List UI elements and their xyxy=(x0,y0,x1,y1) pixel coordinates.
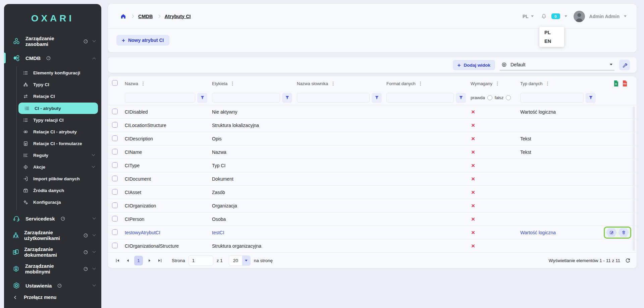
column-header-wymagany[interactable]: Wymagany xyxy=(471,81,492,86)
sidebar-subitem-typy-relacji-ci[interactable]: Typy relacji CI xyxy=(17,114,101,126)
user-name[interactable]: Admin Admin xyxy=(589,14,620,19)
language-selector[interactable]: PL xyxy=(523,14,534,19)
filter-funnel-button[interactable] xyxy=(586,93,596,103)
plus-icon: + xyxy=(458,62,461,68)
filter-input-etykieta[interactable] xyxy=(212,93,280,103)
toggle-menu-button[interactable]: Przełącz menu xyxy=(4,295,101,300)
table-row[interactable]: CIOrganizationOrganizacja× xyxy=(108,199,637,212)
column-header-nazwa-slownika[interactable]: Nazwa słownika xyxy=(297,81,328,86)
language-option-pl[interactable]: PL xyxy=(539,28,564,37)
table-row[interactable]: CINameNazwa×Tekst xyxy=(108,145,637,159)
filter-input-format-danych[interactable] xyxy=(386,93,454,103)
row-checkbox[interactable] xyxy=(112,162,118,168)
add-view-button[interactable]: + Dodaj widok xyxy=(453,60,495,70)
breadcrumb-link-atrybuty-ci[interactable]: Atrybuty CI xyxy=(165,14,191,19)
row-checkbox[interactable] xyxy=(112,176,118,181)
new-attribute-button[interactable]: + Nowy atrybut CI xyxy=(116,35,169,46)
sidebar-subitem-relacje-ci[interactable]: Relacje CI xyxy=(17,90,101,102)
table-row[interactable]: CILocationStructureStruktura lokalizacyj… xyxy=(108,119,637,132)
select-all-checkbox[interactable] xyxy=(112,80,118,86)
sidebar-subitem-elementy-konfiguracji[interactable]: Elementy konfiguracji xyxy=(17,67,101,79)
gauge-icon xyxy=(83,266,88,271)
row-checkbox[interactable] xyxy=(112,135,118,141)
filter-input-typ-danych[interactable] xyxy=(520,93,584,103)
sidebar-subitem-konfiguracja[interactable]: Konfiguracja xyxy=(17,196,101,208)
page-size-select[interactable]: 20 xyxy=(229,255,251,266)
table-row[interactable]: CITypeTyp CI× xyxy=(108,159,637,172)
page-input[interactable] xyxy=(189,255,213,266)
sidebar-item-zarządzanie-zasobami[interactable]: Zarządzanie zasobami xyxy=(4,33,101,50)
breadcrumb-link-cmdb[interactable]: CMDB xyxy=(138,14,153,19)
last-page-icon[interactable] xyxy=(156,257,163,264)
caret-down-icon[interactable] xyxy=(565,15,567,17)
caret-down-icon[interactable] xyxy=(624,15,627,17)
sidebar-item-servicedesk[interactable]: Servicedesk xyxy=(4,210,101,227)
column-header-nazwa[interactable]: Nazwa xyxy=(125,81,138,86)
sidebar-subitem-import-plików-danych[interactable]: Import plików danych xyxy=(17,173,101,185)
sidebar-item-zarządzanie-użytkownikami[interactable]: Zarządzanie użytkownikami xyxy=(4,227,101,244)
edit-button[interactable] xyxy=(606,228,617,237)
sidebar-subitem-typy-ci[interactable]: Typy CI xyxy=(17,79,101,90)
column-menu-icon[interactable]: ⋮ xyxy=(418,81,423,86)
bell-icon[interactable] xyxy=(541,13,547,19)
column-menu-icon[interactable]: ⋮ xyxy=(495,81,500,86)
table-row[interactable]: CIDescriptionOpis×Tekst xyxy=(108,132,637,145)
mobile-shield-icon xyxy=(12,265,20,272)
delete-button[interactable] xyxy=(618,228,629,237)
column-menu-icon[interactable]: ⋮ xyxy=(331,81,335,86)
table-settings-button[interactable] xyxy=(619,60,630,70)
column-header-etykieta[interactable]: Etykieta xyxy=(212,81,227,86)
home-icon[interactable] xyxy=(120,13,126,19)
table-row[interactable]: testowyAtrybutCItestCI×Wartość logiczna xyxy=(108,226,637,239)
sidebar-subitem-ci-atrybuty[interactable]: CI - atrybuty xyxy=(18,103,98,114)
sidebar-item-label: Zarządzanie dokumentami xyxy=(24,246,78,258)
row-checkbox[interactable] xyxy=(112,122,118,128)
language-option-en[interactable]: EN xyxy=(539,37,564,46)
sidebar-subitem-źródła-danych[interactable]: Źródła danych xyxy=(17,185,101,196)
filter-funnel-button[interactable] xyxy=(456,93,466,103)
filter-input-nazwa[interactable] xyxy=(125,93,195,103)
filter-funnel-button[interactable] xyxy=(282,93,292,103)
row-checkbox[interactable] xyxy=(112,109,118,114)
table-row[interactable]: CIOrganizationalStructureStruktura organ… xyxy=(108,239,637,253)
row-checkbox[interactable] xyxy=(112,216,118,222)
page-number-button[interactable]: 1 xyxy=(134,256,143,265)
filter-false-radio[interactable] xyxy=(506,95,511,100)
column-menu-icon[interactable]: ⋮ xyxy=(545,81,550,86)
sidebar-subitem-relacje-ci-atrybuty[interactable]: Relacje CI - atrybuty xyxy=(17,126,101,138)
row-checkbox[interactable] xyxy=(112,189,118,195)
previous-page-icon[interactable] xyxy=(124,257,131,264)
sidebar-subitem-reguły[interactable]: Reguły xyxy=(17,149,101,161)
first-page-icon[interactable] xyxy=(114,257,121,264)
table-row[interactable]: CIDisabledNie aktywny×Wartość logiczna xyxy=(108,105,637,119)
view-select[interactable]: Default xyxy=(500,60,614,70)
filter-funnel-button[interactable] xyxy=(372,93,382,103)
sidebar-item-ustawienia[interactable]: Ustawienia xyxy=(4,277,101,294)
sidebar-item-cmdb[interactable]: CMDB xyxy=(4,50,101,66)
table-row[interactable]: CIAssetZasób× xyxy=(108,186,637,199)
avatar[interactable] xyxy=(574,11,585,22)
refresh-icon[interactable] xyxy=(625,258,631,263)
table-row[interactable]: CIDocumentDokument× xyxy=(108,172,637,186)
row-checkbox[interactable] xyxy=(112,202,118,208)
filter-input-nazwa-slownika[interactable] xyxy=(297,93,370,103)
column-header-format-danych[interactable]: Format danych xyxy=(386,81,416,86)
sidebar-subitem-akcje[interactable]: Akcje xyxy=(17,161,101,173)
table-row[interactable]: CIPersonOsoba× xyxy=(108,212,637,226)
export-excel-icon[interactable]: X xyxy=(613,80,619,87)
sidebar-subitem-relacje-ci-formularze[interactable]: Relacje CI - formularze xyxy=(17,138,101,149)
row-checkbox[interactable] xyxy=(112,149,118,155)
table-scrollbar[interactable] xyxy=(633,107,635,251)
column-menu-icon[interactable]: ⋮ xyxy=(230,81,235,86)
caret-down-icon xyxy=(245,260,248,261)
row-checkbox[interactable] xyxy=(112,229,118,235)
sidebar-item-zarządzanie-dokumentami[interactable]: Zarządzanie dokumentami xyxy=(4,244,101,260)
sidebar-item-zarządzanie-mobilnymi[interactable]: Zarządzanie mobilnymi xyxy=(4,260,101,277)
filter-funnel-button[interactable] xyxy=(197,93,207,103)
column-menu-icon[interactable]: ⋮ xyxy=(141,81,146,86)
export-pdf-icon[interactable]: PDF xyxy=(622,80,628,87)
row-checkbox[interactable] xyxy=(112,243,118,248)
column-header-typ-danych[interactable]: Typ danych xyxy=(520,81,543,86)
next-page-icon[interactable] xyxy=(146,257,153,264)
filter-true-radio[interactable] xyxy=(487,95,492,100)
